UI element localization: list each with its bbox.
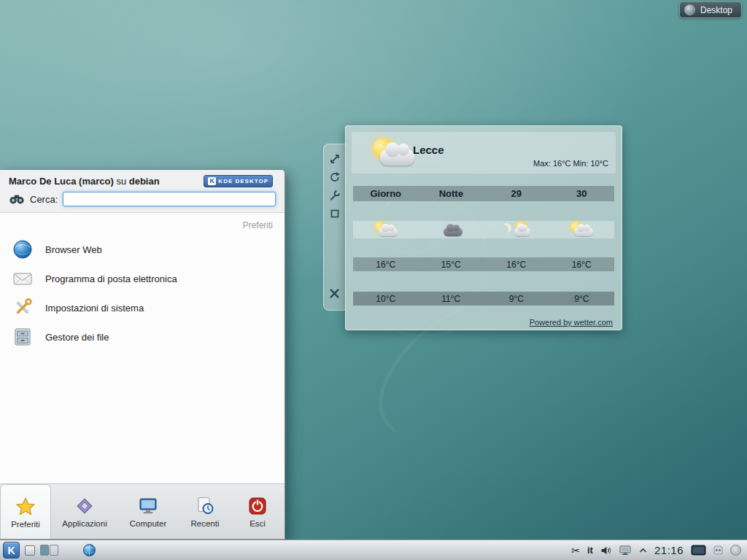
favorite-item-file-manager[interactable]: Gestore dei file <box>0 322 285 351</box>
weather-col-label: Notte <box>419 188 484 199</box>
favorite-item-mail[interactable]: Programma di posta elettronica <box>0 264 285 293</box>
tab-computer[interactable]: Computer <box>118 484 178 539</box>
tab-label: Applicazioni <box>62 519 107 528</box>
power-icon <box>247 495 268 517</box>
weather-forecast-icon <box>436 221 465 238</box>
weather-col-label: Giorno <box>353 188 419 199</box>
night-temp: 11°C <box>419 294 484 304</box>
favorite-item-label: Browser Web <box>45 244 102 255</box>
web-browser-launcher-icon[interactable] <box>82 543 96 557</box>
weather-col-label: 30 <box>549 188 615 199</box>
tab-recenti[interactable]: Recenti <box>178 484 232 539</box>
close-icon[interactable] <box>328 287 341 300</box>
night-temp: 9°C <box>484 294 549 304</box>
favorites-panel: Preferiti Browser Web Programma di posta… <box>0 213 285 483</box>
applications-icon <box>74 495 96 517</box>
kickoff-tab-bar: Preferiti Applicazioni Computer <box>0 483 285 539</box>
volume-icon[interactable] <box>600 545 612 556</box>
weather-city: Lecce <box>413 144 444 156</box>
weather-header: Lecce Max: 16°C Min: 10°C <box>352 132 616 174</box>
weather-forecast-icon <box>502 221 531 238</box>
globe-icon <box>12 238 34 260</box>
weather-widget: Lecce Max: 16°C Min: 10°C Giorno Notte 2… <box>345 125 622 330</box>
tab-esci[interactable]: Esci <box>232 484 283 539</box>
weather-current-icon <box>366 136 420 168</box>
device-notifier-icon[interactable] <box>619 545 632 556</box>
weather-credit-row: Powered by wetter.com <box>352 315 616 328</box>
favorites-section-label: Preferiti <box>0 213 285 235</box>
klipper-scissors-icon[interactable]: ✂ <box>571 545 580 556</box>
tab-label: Computer <box>130 519 167 528</box>
tab-label: Esci <box>249 519 266 528</box>
desktop-toolbox[interactable]: Desktop <box>679 1 742 18</box>
kickoff-header: Marco De Luca (marco) su debian K KDE DE… <box>0 170 285 189</box>
display-settings-icon[interactable] <box>691 545 706 556</box>
search-input[interactable] <box>63 192 276 206</box>
favorite-item-label: Impostazioni di sistema <box>45 303 144 314</box>
favorite-item-label: Gestore dei file <box>45 332 109 343</box>
rotate-icon[interactable] <box>329 171 341 183</box>
recent-icon <box>194 495 216 517</box>
pager-desktop-2[interactable] <box>50 545 58 556</box>
weather-col-label: 29 <box>484 188 549 199</box>
kde-desktop-badge: K KDE DESKTOP <box>204 175 273 187</box>
keyboard-layout-indicator[interactable]: it <box>587 545 593 556</box>
weather-credit-link[interactable]: Powered by wetter.com <box>530 318 613 327</box>
expand-systray-icon[interactable] <box>639 548 647 553</box>
weather-forecast-icon <box>567 221 596 238</box>
day-temp: 16°C <box>353 260 419 270</box>
weather-max-min: Max: 16°C Min: 10°C <box>533 159 608 168</box>
favorite-item-system-settings[interactable]: Impostazioni di sistema <box>0 293 285 322</box>
tab-preferiti[interactable]: Preferiti <box>0 484 51 539</box>
resize-icon[interactable] <box>329 153 341 165</box>
weather-icons-row <box>353 221 614 238</box>
night-temp: 10°C <box>353 294 419 304</box>
favorite-item-label: Programma di posta elettronica <box>45 273 177 284</box>
kickoff-menu: Marco De Luca (marco) su debian K KDE DE… <box>0 169 285 540</box>
panel-cashew-icon[interactable] <box>730 545 741 556</box>
maximize-icon[interactable] <box>329 208 341 219</box>
show-desktop-icon[interactable] <box>25 545 35 556</box>
day-temp: 15°C <box>419 260 484 270</box>
search-label: Cerca: <box>30 194 58 205</box>
weather-day-temps-row: 16°C 15°C 16°C 16°C <box>353 257 614 271</box>
binoculars-icon <box>9 192 25 206</box>
kmenu-button[interactable]: K <box>3 542 20 559</box>
night-temp: 9°C <box>549 294 615 304</box>
tab-applicazioni[interactable]: Applicazioni <box>51 484 118 539</box>
plasmoid-handle <box>323 144 345 311</box>
tab-label: Recenti <box>191 519 220 528</box>
kde-logo-icon: K <box>208 177 216 185</box>
day-temp: 16°C <box>484 260 549 270</box>
pager-desktop-1[interactable] <box>40 545 49 556</box>
system-tray: ✂ it 21:16 <box>571 544 744 556</box>
tab-label: Preferiti <box>11 520 40 529</box>
weather-forecast-icon <box>371 221 400 238</box>
search-row: Cerca: <box>0 189 285 213</box>
weather-night-temps-row: 10°C 11°C 9°C 9°C <box>353 292 614 306</box>
kde-logo-icon: K <box>7 545 15 556</box>
desktop-toolbox-label: Desktop <box>700 5 732 15</box>
favorite-item-browser-web[interactable]: Browser Web <box>0 235 285 264</box>
notifications-icon[interactable] <box>713 545 723 555</box>
plasma-toolbox-icon <box>684 4 695 15</box>
tools-icon <box>12 297 34 319</box>
user-connector: su <box>114 176 129 187</box>
star-icon <box>15 496 36 518</box>
mail-icon <box>12 268 34 289</box>
computer-icon <box>137 495 159 517</box>
kde-badge-label: KDE DESKTOP <box>218 178 268 184</box>
host-name: debian <box>129 176 160 187</box>
wrench-icon[interactable] <box>329 190 341 201</box>
weather-columns-row: Giorno Notte 29 30 <box>353 186 614 201</box>
day-temp: 16°C <box>549 260 615 270</box>
desktop-pager[interactable] <box>40 545 58 556</box>
bottom-panel: K ✂ it 21:16 <box>0 540 747 560</box>
digital-clock[interactable]: 21:16 <box>654 544 684 556</box>
user-name: Marco De Luca (marco) <box>9 176 114 187</box>
file-cabinet-icon <box>12 326 34 348</box>
